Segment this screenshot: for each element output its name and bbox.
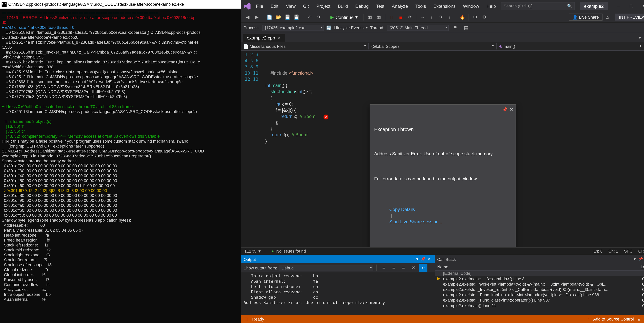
pin-icon[interactable]: 📌 (502, 106, 507, 112)
save-all-icon[interactable]: 💾 (293, 13, 301, 21)
menu-tools[interactable]: Tools (412, 2, 429, 10)
output-icon2[interactable]: ≡ (390, 264, 398, 272)
nav-fwd-icon[interactable]: ▶ (252, 13, 261, 21)
step-into-icon[interactable]: ↓ (427, 13, 436, 21)
menu-build[interactable]: Build (334, 2, 351, 10)
callstack-row[interactable]: example2.exe!std::invoke<int <lambda>(vo… (435, 282, 644, 287)
bottom-panels: Output ▾ 📌 ✕ Show output from: Debug ≡ ≡… (241, 255, 644, 315)
menu-window[interactable]: Window (460, 2, 482, 10)
flag-icon[interactable]: ⚑ (451, 24, 459, 32)
menu-analyze[interactable]: Analyze (388, 2, 411, 10)
search-input[interactable]: Search (Ctrl+Q) 🔍 (501, 2, 575, 10)
process-combo[interactable]: [17436] example2.exe (262, 24, 324, 31)
zoom-chevron-icon[interactable]: ▾ (258, 249, 260, 254)
panel-dropdown-icon[interactable]: ▾ (632, 257, 637, 261)
continue-button[interactable]: ▶ Continue ▾ (327, 14, 361, 21)
menu-extensions[interactable]: Extensions (430, 2, 459, 10)
open-icon[interactable]: 📂 (274, 13, 282, 21)
callstack-row[interactable]: example2.exe!std::_Func_class<int>::oper… (435, 298, 644, 303)
menu-help[interactable]: Help (483, 2, 499, 10)
console-titlebar[interactable]: C:\ C:\MSDN\cpp-docs-pr\docs\c-language\… (0, 0, 241, 9)
output-clear-icon[interactable]: ✕ (409, 264, 418, 272)
live-share-label: Live Share (579, 15, 599, 19)
diag-icon[interactable]: ▦ (366, 13, 374, 21)
step-over-icon[interactable]: ↷ (436, 13, 444, 21)
panel-dropdown-icon[interactable]: ▾ (415, 257, 420, 261)
play-icon: ▶ (330, 15, 334, 19)
show-next-icon[interactable]: → (418, 13, 426, 21)
indent-indicator[interactable]: SPC (624, 249, 632, 254)
minimize-button[interactable]: ─ (613, 2, 625, 10)
maximize-button[interactable]: ▢ (625, 2, 638, 10)
feedback-icon[interactable]: ☺ (603, 13, 612, 21)
tab-example2-cpp[interactable]: example2.cpp ✕ (243, 34, 285, 42)
copy-details-link[interactable]: Copy Details (389, 207, 415, 212)
line-indicator[interactable]: Ln: 8 (594, 249, 602, 254)
menu-view[interactable]: View (282, 2, 299, 10)
callstack-row[interactable]: example2.exe!std::_Invoker_ret<int,0>::_… (435, 287, 644, 292)
stack-frame-icon[interactable]: ▤ (462, 24, 470, 32)
output-source-combo[interactable]: Debug (278, 265, 373, 271)
live-share-button[interactable]: 👤 Live Share (569, 14, 602, 21)
callstack-row[interactable]: example2.exe!main() Line 11C++ (435, 303, 644, 308)
zoom-level[interactable]: 111 % (244, 249, 256, 254)
step-out-icon[interactable]: ↑ (446, 13, 454, 21)
menu-test[interactable]: Test (373, 2, 388, 10)
add-source-control[interactable]: Add to Source Control (593, 317, 634, 321)
panel-close-icon[interactable]: ✕ (426, 257, 432, 261)
misc2-icon[interactable]: ⚙ (480, 13, 488, 21)
lifecycle-label[interactable]: Lifecycle Events (334, 25, 364, 30)
menu-debug[interactable]: Debug (352, 2, 372, 10)
output-panel-header[interactable]: Output ▾ 📌 ✕ (241, 255, 435, 263)
undo-icon[interactable]: ↶ (306, 13, 314, 21)
callstack-row[interactable]: [External Code] (435, 271, 644, 276)
output-wrap-icon[interactable]: ↵ (419, 264, 427, 272)
code-editor[interactable]: 1 2 3 4 5 6 7 8 9 10 11 12 13 #include <… (241, 51, 644, 247)
redo-icon[interactable]: ↷ (314, 13, 323, 21)
callstack-panel: Call Stack ▾ 📌 ✕ Name Lang [External Cod… (435, 255, 644, 315)
misc-icon[interactable]: ⚙ (471, 13, 479, 21)
pause-icon[interactable]: ⏸ (388, 13, 396, 21)
solution-name[interactable]: example2 (580, 2, 608, 10)
callstack-rows[interactable]: [External Code]▶example2.exe!main::__l3:… (435, 271, 644, 315)
output-icon1[interactable]: ≡ (380, 264, 388, 272)
new-project-icon[interactable]: 📄 (265, 13, 274, 21)
nav-back-icon[interactable]: ◀ (244, 13, 252, 21)
char-indicator[interactable]: Ch: 1 (608, 249, 618, 254)
output-icon3[interactable]: ≡ (400, 264, 408, 272)
callstack-header[interactable]: Call Stack ▾ 📌 ✕ (435, 255, 644, 263)
output-text[interactable]: Intra object redzone: bb ASan internal: … (241, 272, 435, 315)
menu-file[interactable]: File (252, 2, 266, 10)
tab-menu-icon[interactable]: ▾ (636, 34, 644, 42)
console-output[interactable]: ========================================… (0, 9, 241, 323)
menu-project[interactable]: Project (313, 2, 334, 10)
panel-pin-icon[interactable]: 📌 (637, 257, 644, 261)
nav-member-combo[interactable]: ◈ main() (497, 43, 644, 49)
close-button[interactable]: ✕ (638, 2, 644, 10)
callstack-row[interactable]: example2.exe!std::_Func_impl_no_alloc<in… (435, 292, 644, 298)
menu-edit[interactable]: Edit (268, 2, 282, 10)
restart-icon[interactable]: ⟳ (406, 13, 414, 21)
line-number-gutter: 1 2 3 4 5 6 7 8 9 10 11 12 13 (241, 51, 262, 247)
lineend-indicator[interactable]: CRLF (638, 249, 644, 254)
issues-text[interactable]: No issues found (276, 249, 306, 254)
chevron-up-icon[interactable]: ▴ (638, 317, 640, 321)
start-live-share-link[interactable]: Start Live Share session... (389, 219, 442, 224)
col-name-header[interactable]: Name (437, 264, 640, 269)
nav-scope-combo[interactable]: (Global Scope) (369, 43, 497, 49)
code-content[interactable]: #include <functional> int main() { std::… (262, 51, 644, 247)
callstack-row[interactable]: ▶example2.exe!main::__l3::<lambda>() Lin… (435, 276, 644, 282)
nav-project-combo[interactable]: 📄 Miscellaneous Files (241, 43, 369, 49)
int-preview-badge: INT PREVIEW (615, 14, 644, 21)
thread-combo[interactable]: [20512] Main Thread (387, 24, 449, 31)
close-popup-icon[interactable]: ✕ (510, 106, 513, 112)
menu-git[interactable]: Git (300, 2, 312, 10)
panel-pin-icon[interactable]: 📌 (420, 257, 426, 261)
stop-icon[interactable]: ■ (396, 13, 405, 21)
close-tab-icon[interactable]: ✕ (278, 36, 281, 40)
save-icon[interactable]: 💾 (284, 13, 292, 21)
lifecycle-icon[interactable]: 🔄 (326, 25, 331, 30)
col-lang-header[interactable]: Lang (640, 264, 644, 269)
hot-reload-icon[interactable]: 🔥 (458, 13, 466, 21)
diag2-icon[interactable]: ▦ (375, 13, 383, 21)
